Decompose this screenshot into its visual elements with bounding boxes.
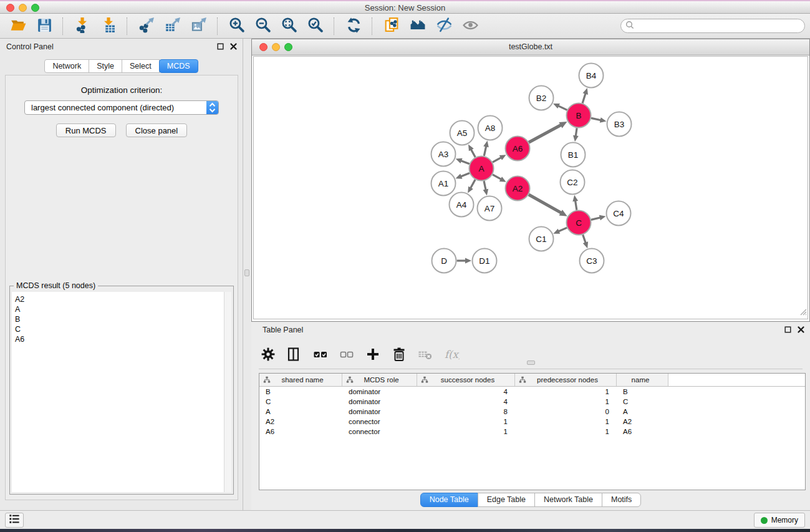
edge-B-B2[interactable] — [553, 104, 567, 110]
node-C3[interactable]: C3 — [580, 249, 604, 273]
edge-A-A6[interactable] — [493, 155, 506, 162]
import-table-button[interactable] — [98, 16, 118, 36]
mcds-result-item[interactable]: A6 — [12, 334, 224, 344]
table-row[interactable]: A2connector11A2 — [259, 417, 805, 427]
open-session-button[interactable] — [7, 16, 27, 36]
mcds-result-item[interactable]: C — [12, 324, 224, 334]
vertical-splitter[interactable] — [243, 39, 251, 510]
node-B[interactable]: B — [567, 104, 591, 128]
node-A[interactable]: A — [470, 157, 494, 181]
zoom-selected-button[interactable] — [305, 16, 325, 36]
resize-grip-icon[interactable] — [798, 307, 807, 318]
node-A3[interactable]: A3 — [432, 142, 456, 167]
tab-select[interactable]: Select — [122, 59, 160, 73]
float-table-panel-icon[interactable] — [784, 326, 792, 334]
duplicate-network-button[interactable] — [381, 16, 401, 36]
search-input[interactable] — [634, 21, 804, 32]
edge-C-C1[interactable] — [553, 228, 567, 234]
column-header-name[interactable]: name — [617, 374, 668, 386]
node-D[interactable]: D — [432, 249, 456, 273]
tab-node-table[interactable]: Node Table — [420, 493, 478, 507]
close-panel-button[interactable]: Close panel — [126, 123, 188, 137]
node-C2[interactable]: C2 — [561, 170, 585, 195]
node-A1[interactable]: A1 — [432, 172, 456, 196]
select-all-checks-button[interactable] — [311, 346, 330, 365]
float-panel-icon[interactable] — [216, 42, 224, 51]
close-table-panel-icon[interactable] — [797, 326, 805, 334]
mcds-result-item[interactable]: A — [12, 304, 224, 314]
edge-B-B4[interactable] — [582, 88, 588, 103]
table-row[interactable]: Cdominator41C — [259, 397, 805, 407]
edge-C-C4[interactable] — [591, 215, 606, 221]
node-A6[interactable]: A6 — [506, 137, 530, 161]
export-image-button[interactable] — [188, 16, 208, 36]
save-session-button[interactable] — [34, 16, 54, 36]
tab-mcds[interactable]: MCDS — [159, 59, 198, 73]
add-column-button[interactable] — [364, 346, 382, 365]
node-B3[interactable]: B3 — [607, 112, 632, 137]
node-A8[interactable]: A8 — [478, 116, 503, 140]
edge-D-D1[interactable] — [457, 258, 472, 264]
tab-network-table[interactable]: Network Table — [534, 493, 602, 507]
table-row[interactable]: Bdominator41B — [259, 387, 805, 397]
close-panel-icon[interactable] — [229, 42, 238, 51]
column-header-predecessor-nodes[interactable]: predecessor nodes — [515, 374, 617, 386]
mcds-result-item[interactable]: B — [12, 314, 224, 324]
edge-A-A2[interactable] — [493, 175, 506, 182]
network-window-titlebar[interactable]: testGlobe.txt — [252, 39, 809, 56]
show-hidden-button[interactable] — [460, 16, 480, 36]
tab-motifs[interactable]: Motifs — [602, 493, 641, 507]
export-network-button[interactable] — [136, 16, 156, 36]
edge-C-C2[interactable] — [572, 195, 578, 210]
delete-table-button[interactable] — [416, 346, 435, 365]
export-table-button[interactable] — [162, 16, 182, 36]
splitter-grip[interactable] — [244, 269, 249, 276]
tab-style[interactable]: Style — [89, 59, 122, 73]
clear-checks-button[interactable] — [337, 346, 356, 365]
optimization-criterion-select[interactable]: largest connected component (directed) — [24, 100, 219, 115]
memory-button[interactable]: Memory — [754, 513, 805, 528]
column-header-shared-name[interactable]: shared name — [259, 374, 342, 386]
network-canvas[interactable]: B4B2BB3A8A5A6A3B1AC2A1A2A4A7C4CC1C3DD1 — [253, 56, 808, 319]
edge-A-A3[interactable] — [456, 158, 470, 164]
task-history-button[interactable] — [5, 513, 24, 528]
edge-B-B1[interactable] — [573, 128, 579, 142]
table-row[interactable]: A6connector11A6 — [259, 427, 805, 437]
tab-edge-table[interactable]: Edge Table — [478, 493, 535, 507]
node-A5[interactable]: A5 — [450, 121, 475, 145]
edge-A-A7[interactable] — [483, 181, 489, 195]
edge-C-C3[interactable] — [583, 235, 588, 248]
refresh-layout-button[interactable] — [343, 16, 363, 36]
edge-A2-C[interactable] — [529, 195, 567, 216]
edge-A-A1[interactable] — [456, 173, 470, 179]
table-row[interactable]: Adominator80A — [259, 407, 805, 417]
column-header-MCDS-role[interactable]: MCDS role — [342, 374, 417, 386]
edge-A-A5[interactable] — [468, 144, 475, 157]
zoom-fit-button[interactable] — [279, 16, 299, 36]
mcds-result-item[interactable]: A2 — [12, 294, 224, 304]
import-network-button[interactable] — [72, 16, 92, 36]
node-A7[interactable]: A7 — [478, 196, 502, 221]
column-header-successor-nodes[interactable]: successor nodes — [417, 374, 515, 386]
scrollbar-track[interactable] — [224, 292, 231, 492]
show-neighbors-button[interactable] — [407, 16, 427, 36]
zoom-in-button[interactable] — [226, 16, 246, 36]
node-D1[interactable]: D1 — [473, 249, 497, 273]
node-C[interactable]: C — [567, 211, 591, 235]
tab-network[interactable]: Network — [44, 59, 89, 73]
function-builder-button[interactable]: f(x) — [442, 346, 461, 365]
delete-column-button[interactable] — [390, 346, 408, 365]
horizontal-splitter-grip[interactable] — [527, 360, 535, 365]
edge-A-A8[interactable] — [483, 141, 489, 156]
run-mcds-button[interactable]: Run MCDS — [56, 123, 116, 137]
node-A4[interactable]: A4 — [450, 193, 474, 217]
table-settings-button[interactable] — [259, 346, 277, 365]
node-C1[interactable]: C1 — [529, 227, 554, 251]
edge-A6-B[interactable] — [529, 122, 567, 142]
edge-B-B3[interactable] — [591, 117, 606, 123]
node-B4[interactable]: B4 — [579, 64, 604, 88]
node-B2[interactable]: B2 — [529, 86, 554, 110]
node-B1[interactable]: B1 — [561, 143, 586, 167]
edge-A-A4[interactable] — [468, 180, 475, 193]
node-A2[interactable]: A2 — [506, 177, 530, 201]
